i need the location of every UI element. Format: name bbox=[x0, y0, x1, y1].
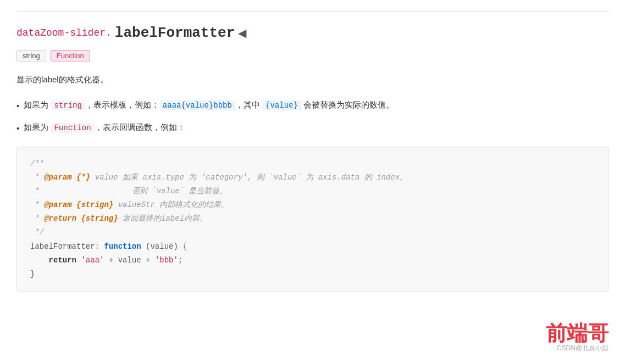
code-line-1: * @param {*} value 如果 axis.type 为 'categ… bbox=[30, 173, 407, 182]
badge-string: string bbox=[16, 50, 46, 61]
arrow-icon: ◀ bbox=[238, 26, 246, 40]
bullet-1-content: 如果为 string，表示模板，例如：aaaa{value}bbbb，其中 {v… bbox=[24, 98, 394, 113]
code-template: aaaa{value}bbbb bbox=[159, 100, 235, 110]
watermark-main: 前端哥 bbox=[546, 323, 609, 344]
code-block: /** * @param {*} value 如果 axis.type 为 'c… bbox=[16, 147, 609, 292]
description-text: 显示的label的格式化器。 bbox=[16, 72, 609, 87]
watermark-sub: CSDN@北京小彭 bbox=[557, 344, 609, 353]
top-divider bbox=[16, 11, 609, 12]
code-comment-close: */ bbox=[30, 228, 44, 237]
code-value-placeholder: {value} bbox=[262, 100, 301, 110]
page-header: dataZoom-slider. labelFormatter ◀ bbox=[16, 25, 609, 41]
code-main-3: } bbox=[30, 270, 35, 278]
main-title: labelFormatter bbox=[115, 25, 235, 41]
bullet-item-1: • 如果为 string，表示模板，例如：aaaa{value}bbbb，其中 … bbox=[16, 98, 609, 113]
code-main-2: return 'aaa' + value + 'bbb'; bbox=[30, 256, 182, 265]
bullet-item-2: • 如果为 Function，表示回调函数，例如： bbox=[16, 120, 609, 136]
code-string-1: string bbox=[51, 100, 85, 110]
bullet-dot-2: • bbox=[16, 121, 19, 136]
watermark: 前端哥 CSDN@北京小彭 bbox=[546, 323, 609, 353]
code-line-2: * 否则 `value` 是当前值。 bbox=[30, 187, 227, 195]
code-comment-open: /** bbox=[30, 159, 44, 168]
code-line-4: * @return {string} 返回最终的label内容。 bbox=[30, 214, 207, 223]
bullet-list: • 如果为 string，表示模板，例如：aaaa{value}bbbb，其中 … bbox=[16, 98, 609, 136]
code-main-1: labelFormatter: function (value) { bbox=[30, 242, 187, 251]
code-line-3: * @param {strign} valueStr 内部格式化的结果。 bbox=[30, 200, 229, 209]
prefix-text: dataZoom-slider. bbox=[16, 27, 112, 38]
code-function-1: Function bbox=[51, 123, 94, 133]
type-badges-container: string Function bbox=[16, 50, 609, 61]
badge-function: Function bbox=[51, 50, 90, 61]
bullet-2-content: 如果为 Function，表示回调函数，例如： bbox=[24, 120, 185, 135]
bullet-dot-1: • bbox=[16, 99, 19, 113]
